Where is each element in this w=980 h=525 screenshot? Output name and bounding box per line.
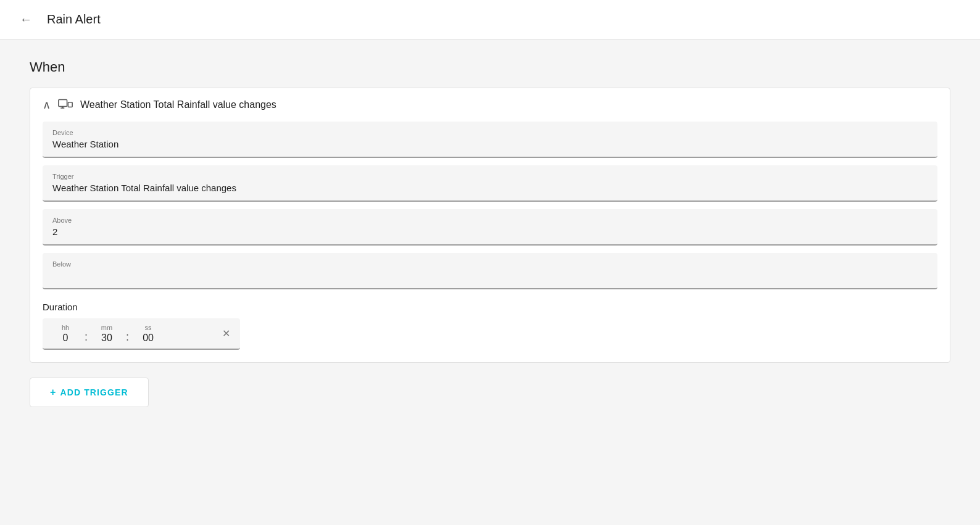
device-icon bbox=[58, 99, 73, 111]
add-trigger-button[interactable]: + ADD TRIGGER bbox=[30, 378, 149, 407]
duration-ss-field: ss 00 bbox=[133, 324, 164, 344]
duration-separator-2: : bbox=[126, 323, 129, 344]
page-title: Rain Alert bbox=[47, 12, 101, 27]
below-label: Below bbox=[52, 260, 928, 268]
device-label: Device bbox=[52, 129, 928, 136]
duration-clear-icon[interactable]: ✕ bbox=[220, 325, 233, 342]
duration-input[interactable]: hh 0 : mm 30 : ss 00 ✕ bbox=[43, 318, 240, 350]
duration-mm-field: mm 30 bbox=[91, 324, 122, 344]
main-content: When ∧ Weather Station Total Rainfall va… bbox=[0, 39, 980, 427]
duration-ss-label: ss bbox=[145, 324, 152, 331]
below-field[interactable]: Below bbox=[43, 253, 937, 289]
back-button[interactable]: ← bbox=[15, 7, 37, 31]
trigger-label: Trigger bbox=[52, 173, 928, 180]
duration-hh-field: hh 0 bbox=[50, 324, 81, 344]
duration-section: Duration hh 0 : mm 30 : ss 00 bbox=[43, 297, 937, 350]
duration-mm-label: mm bbox=[101, 324, 112, 331]
duration-mm-value: 30 bbox=[101, 333, 112, 344]
device-field[interactable]: Device Weather Station bbox=[43, 122, 937, 158]
above-field[interactable]: Above 2 bbox=[43, 209, 937, 246]
device-value: Weather Station bbox=[52, 139, 928, 152]
trigger-card-title: Weather Station Total Rainfall value cha… bbox=[80, 99, 276, 110]
plus-icon: + bbox=[50, 387, 56, 398]
duration-label: Duration bbox=[43, 302, 937, 312]
back-icon: ← bbox=[20, 12, 32, 27]
above-value: 2 bbox=[52, 226, 928, 239]
chevron-up-icon: ∧ bbox=[43, 98, 51, 112]
trigger-card: ∧ Weather Station Total Rainfall value c… bbox=[30, 88, 950, 363]
svg-rect-0 bbox=[59, 99, 67, 106]
trigger-card-body: Device Weather Station Trigger Weather S… bbox=[30, 122, 950, 362]
duration-hh-value: 0 bbox=[63, 333, 69, 344]
duration-hh-label: hh bbox=[62, 324, 69, 331]
above-label: Above bbox=[52, 217, 928, 224]
duration-separator-1: : bbox=[85, 323, 88, 344]
app-header: ← Rain Alert bbox=[0, 0, 980, 39]
when-section-title: When bbox=[30, 59, 950, 75]
add-trigger-label: ADD TRIGGER bbox=[60, 387, 128, 397]
trigger-card-header[interactable]: ∧ Weather Station Total Rainfall value c… bbox=[30, 88, 950, 122]
trigger-field[interactable]: Trigger Weather Station Total Rainfall v… bbox=[43, 165, 937, 202]
duration-ss-value: 00 bbox=[143, 333, 154, 344]
below-value bbox=[52, 270, 928, 283]
svg-rect-1 bbox=[68, 102, 72, 107]
trigger-value: Weather Station Total Rainfall value cha… bbox=[52, 183, 928, 196]
